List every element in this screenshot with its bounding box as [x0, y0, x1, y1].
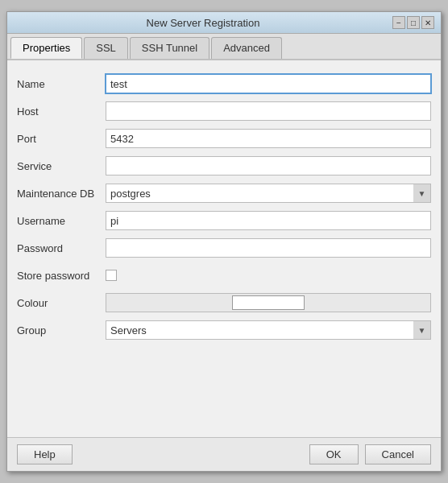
- footer: Help OK Cancel: [7, 437, 441, 471]
- username-label: Username: [17, 215, 106, 227]
- help-button[interactable]: Help: [17, 444, 73, 464]
- store-password-row: Store password: [17, 265, 431, 286]
- title-controls: − □ ✕: [392, 16, 434, 29]
- port-label: Port: [17, 133, 106, 145]
- maintenance-db-label: Maintenance DB: [17, 188, 106, 200]
- tab-ssh-tunnel[interactable]: SSH Tunnel: [130, 37, 209, 59]
- maximize-button[interactable]: □: [407, 16, 420, 29]
- password-input[interactable]: [106, 238, 431, 258]
- footer-right-buttons: OK Cancel: [309, 444, 431, 464]
- store-password-checkbox[interactable]: [106, 270, 117, 281]
- service-row: Service: [17, 155, 431, 176]
- tab-advanced[interactable]: Advanced: [211, 37, 282, 59]
- group-wrapper: Servers ▼: [106, 320, 431, 340]
- maintenance-db-wrapper: postgres ▼: [106, 184, 431, 203]
- host-input[interactable]: [106, 101, 431, 121]
- colour-row: Colour: [17, 292, 431, 313]
- password-label: Password: [17, 242, 106, 254]
- tab-ssl[interactable]: SSL: [84, 37, 128, 59]
- form-body: Name Host Port Service Maintenance DB po…: [7, 60, 441, 437]
- host-row: Host: [17, 101, 431, 122]
- store-password-label: Store password: [17, 270, 106, 282]
- name-label: Name: [17, 78, 106, 90]
- colour-input-area[interactable]: [106, 293, 431, 312]
- tab-properties[interactable]: Properties: [10, 37, 82, 59]
- service-input[interactable]: [106, 156, 431, 175]
- group-row: Group Servers ▼: [17, 320, 431, 341]
- group-label: Group: [17, 324, 106, 336]
- host-label: Host: [17, 105, 106, 118]
- name-input[interactable]: [106, 74, 431, 93]
- colour-swatch[interactable]: [232, 295, 305, 310]
- minimize-button[interactable]: −: [392, 16, 405, 29]
- title-bar: New Server Registration − □ ✕: [7, 12, 441, 34]
- password-row: Password: [17, 237, 431, 258]
- username-input[interactable]: [106, 211, 431, 230]
- group-select[interactable]: Servers: [106, 320, 431, 340]
- cancel-button[interactable]: Cancel: [365, 444, 431, 464]
- service-label: Service: [17, 160, 106, 172]
- maintenance-db-select[interactable]: postgres: [106, 184, 431, 203]
- spacer: [17, 347, 431, 427]
- name-row: Name: [17, 73, 431, 94]
- port-input[interactable]: [106, 129, 431, 148]
- port-row: Port: [17, 128, 431, 149]
- username-row: Username: [17, 210, 431, 231]
- maintenance-db-row: Maintenance DB postgres ▼: [17, 183, 431, 204]
- tab-bar: Properties SSL SSH Tunnel Advanced: [7, 34, 441, 60]
- window-title: New Server Registration: [14, 17, 392, 29]
- main-window: New Server Registration − □ ✕ Properties…: [6, 11, 442, 472]
- colour-label: Colour: [17, 297, 106, 309]
- store-password-wrapper: [106, 270, 117, 281]
- ok-button[interactable]: OK: [309, 444, 359, 464]
- close-button[interactable]: ✕: [421, 16, 434, 29]
